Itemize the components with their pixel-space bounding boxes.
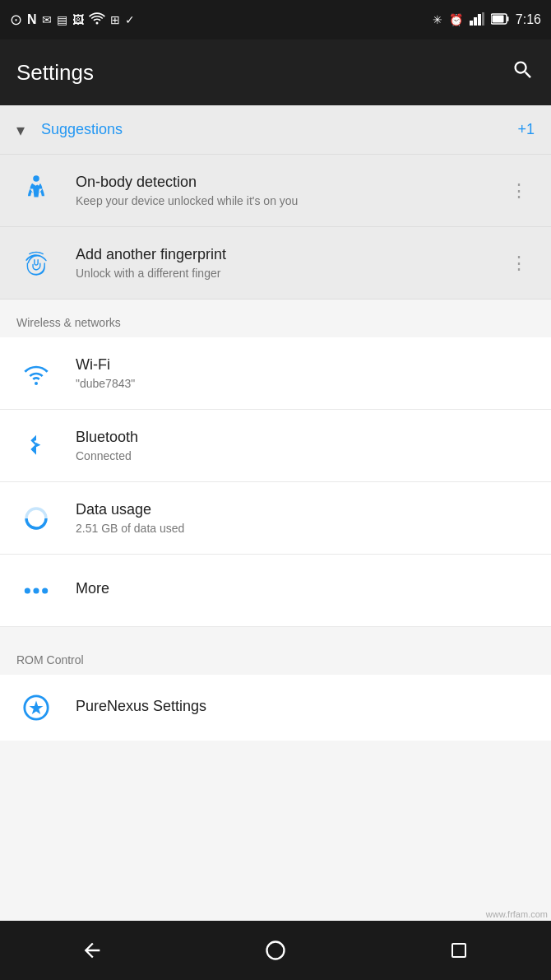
more-text: More [76,580,535,601]
wireless-networks-header: Wireless & networks [0,300,551,337]
fingerprint-subtitle: Unlock with a different finger [76,267,503,280]
data-usage-text: Data usage 2.51 GB of data used [76,501,535,535]
status-bar: ⊙ N ✉ ▤ 🖼 ⊞ ✓ ✳ ⏰ [0,0,551,39]
navigation-bar [0,921,551,980]
svg-point-9 [35,382,38,385]
body-detection-icon [16,174,56,207]
svg-point-11 [26,509,46,528]
svg-rect-17 [452,944,465,957]
purenexus-icon [16,694,56,722]
fingerprint-more-icon[interactable]: ⋮ [503,249,535,277]
more-icon [16,578,56,604]
bluetooth-subtitle: Connected [76,449,535,462]
svg-marker-3 [478,14,481,26]
purenexus-title: PureNexus Settings [76,698,535,715]
wifi-title: Wi-Fi [76,356,535,374]
suggestions-count: +1 [517,121,535,138]
n-icon: N [27,12,37,27]
status-time: 7:16 [516,12,541,27]
photo-icon: 🖼 [72,13,84,26]
more-title: More [76,580,535,597]
data-usage-item[interactable]: Data usage 2.51 GB of data used [0,482,551,555]
svg-marker-2 [474,17,477,26]
more-item[interactable]: More [0,555,551,627]
svg-point-14 [42,588,48,593]
data-usage-subtitle: 2.51 GB of data used [76,522,535,535]
status-icons-left: ⊙ N ✉ ▤ 🖼 ⊞ ✓ [10,11,135,29]
alarm-icon: ⏰ [449,13,463,26]
suggestions-label: Suggestions [41,121,517,138]
more-options-icon[interactable]: ⋮ [503,177,535,205]
fingerprint-icon [16,249,56,277]
svg-rect-6 [492,15,503,22]
wifi-text: Wi-Fi "dube7843" [76,356,535,390]
svg-point-12 [25,588,30,593]
purenexus-text: PureNexus Settings [76,698,535,718]
fingerprint-title: Add another fingerprint [76,246,503,263]
back-button[interactable] [67,926,117,975]
wifi-icon [16,360,56,387]
signal-icon [470,12,484,28]
home-button[interactable] [251,926,300,975]
bluetooth-text: Bluetooth Connected [76,429,535,462]
data-usage-icon [16,505,56,532]
data-usage-title: Data usage [76,501,535,518]
fingerprint-item[interactable]: Add another fingerprint Unlock with a di… [0,227,551,300]
watermark: www.frfam.com [486,909,548,919]
gallery-icon: ⊞ [110,13,120,26]
on-body-detection-subtitle: Keep your device unlocked while it's on … [76,194,503,207]
wifi-status-icon [89,12,105,28]
recent-apps-button[interactable] [434,926,484,975]
msg-icon: ▤ [57,13,67,26]
rom-control-header: ROM Control [0,637,551,675]
battery-icon [491,13,509,27]
fingerprint-text: Add another fingerprint Unlock with a di… [76,246,503,280]
wifi-subtitle: "dube7843" [76,377,535,390]
on-body-detection-title: On-body detection [76,174,503,191]
app-title: Settings [16,60,94,86]
gmail-icon: ✉ [42,13,52,26]
suggestions-row[interactable]: ▾ Suggestions +1 [0,105,551,155]
svg-point-8 [33,175,39,182]
check-icon: ✓ [125,13,135,26]
svg-point-0 [95,22,98,25]
bluetooth-status-icon: ✳ [433,13,442,26]
bluetooth-item[interactable]: Bluetooth Connected [0,410,551,482]
bluetooth-title: Bluetooth [76,429,535,446]
svg-marker-4 [482,12,484,26]
status-icons-right: ✳ ⏰ 7:16 [433,12,541,28]
wifi-item[interactable]: Wi-Fi "dube7843" [0,337,551,410]
svg-marker-1 [470,21,473,26]
chevron-down-icon: ▾ [16,120,25,140]
bluetooth-icon [16,433,56,459]
svg-rect-7 [507,16,508,21]
on-body-detection-text: On-body detection Keep your device unloc… [76,174,503,207]
section-divider [0,627,551,637]
svg-point-16 [266,942,284,959]
app-bar: Settings [0,39,551,105]
svg-point-13 [33,588,39,593]
search-button[interactable] [512,58,535,87]
purenexus-item[interactable]: PureNexus Settings [0,675,551,741]
circle-icon: ⊙ [10,11,22,29]
on-body-detection-item[interactable]: On-body detection Keep your device unloc… [0,155,551,227]
